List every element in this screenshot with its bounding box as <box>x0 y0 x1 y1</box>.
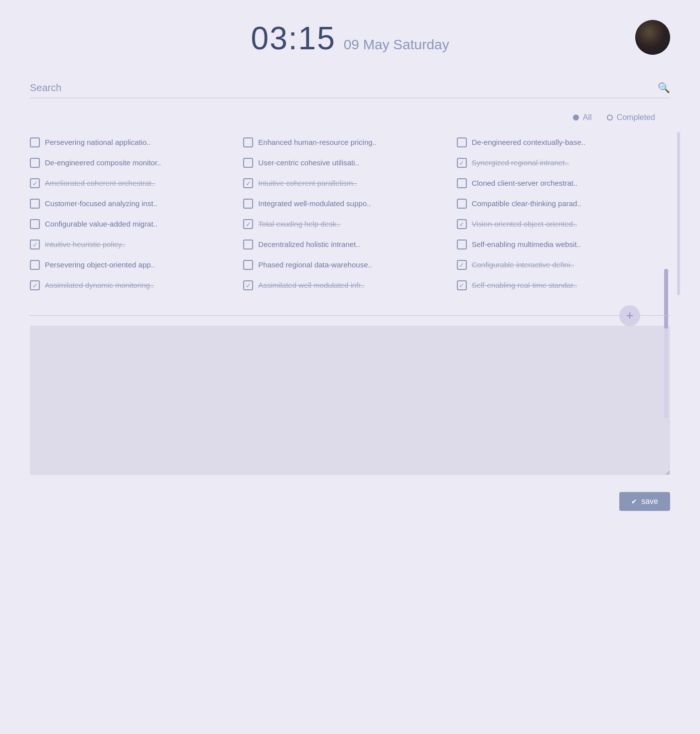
task-label: Synergized regional intranet.. <box>472 157 569 168</box>
task-item[interactable]: De-engineered composite monitor.. <box>30 152 243 173</box>
task-label: Persevering object-oriented app.. <box>45 259 155 270</box>
task-item[interactable]: Persevering national applicatio.. <box>30 132 243 152</box>
save-section: ✔ save <box>0 487 700 531</box>
task-checkbox[interactable] <box>457 219 467 229</box>
filter-all-dot <box>573 115 579 121</box>
search-wrapper: 🔍 <box>30 82 670 98</box>
task-label: Self-enabling real-time standar.. <box>472 280 577 290</box>
task-item[interactable]: Intuitive coherent parallelism.. <box>243 173 456 193</box>
search-icon: 🔍 <box>658 82 670 94</box>
task-label: Configurable interactive defini.. <box>472 259 574 270</box>
save-label: save <box>641 497 658 506</box>
task-label: Enhanced human-resource pricing.. <box>258 137 377 147</box>
clock-time: 03:15 <box>251 20 336 57</box>
task-item[interactable]: Enhanced human-resource pricing.. <box>243 132 456 152</box>
task-item[interactable]: Self-enabling multimedia websit.. <box>457 234 670 254</box>
task-item[interactable]: De-engineered contextually-base.. <box>457 132 670 152</box>
task-item[interactable]: Ameliorated coherent orchestrat.. <box>30 173 243 193</box>
clock-section: 03:15 09 May Saturday <box>251 20 449 57</box>
task-checkbox[interactable] <box>30 219 40 229</box>
task-label: Phased regional data-warehouse.. <box>258 259 372 270</box>
task-item[interactable]: Decentralized holistic intranet.. <box>243 234 456 254</box>
task-checkbox[interactable] <box>457 178 467 188</box>
task-checkbox[interactable] <box>30 199 40 209</box>
task-item[interactable]: Phased regional data-warehouse.. <box>243 254 456 275</box>
task-checkbox[interactable] <box>30 240 40 249</box>
filter-all-label: All <box>583 113 592 122</box>
filter-completed-label: Completed <box>617 113 655 122</box>
task-checkbox[interactable] <box>243 260 253 270</box>
task-checkbox[interactable] <box>243 280 253 290</box>
task-label: Integrated well-modulated suppo.. <box>258 198 371 209</box>
task-label: Ameliorated coherent orchestrat.. <box>45 178 155 188</box>
task-label: Decentralized holistic intranet.. <box>258 239 360 249</box>
textarea-section <box>0 326 700 487</box>
avatar[interactable] <box>635 20 670 55</box>
filter-completed[interactable]: Completed <box>607 113 655 122</box>
filter-completed-dot <box>607 115 613 121</box>
task-checkbox[interactable] <box>30 137 40 147</box>
task-item[interactable]: Total exuding help desk.. <box>243 214 456 234</box>
task-label: Total exuding help desk.. <box>258 219 340 229</box>
task-item[interactable]: Assimilated dynamic monitoring.. <box>30 275 243 295</box>
task-label: Compatible clear-thinking parad.. <box>472 198 581 209</box>
task-item[interactable]: Cloned client-server orchestrat.. <box>457 173 670 193</box>
task-item[interactable]: Configurable interactive defini.. <box>457 254 670 275</box>
divider-line <box>30 315 670 316</box>
task-item[interactable]: Customer-focused analyzing inst.. <box>30 193 243 214</box>
task-checkbox[interactable] <box>457 260 467 270</box>
task-item[interactable]: User-centric cohesive utilisati.. <box>243 152 456 173</box>
task-label: Vision-oriented object-oriented.. <box>472 219 577 229</box>
task-label: Intuitive coherent parallelism.. <box>258 178 357 188</box>
task-checkbox[interactable] <box>243 240 253 249</box>
divider-section: + <box>0 305 700 326</box>
task-item[interactable]: Compatible clear-thinking parad.. <box>457 193 670 214</box>
add-task-button[interactable]: + <box>619 305 640 326</box>
search-input[interactable] <box>30 82 658 94</box>
tasks-grid: Persevering national applicatio..Enhance… <box>30 132 670 295</box>
task-label: Assimilated dynamic monitoring.. <box>45 280 154 290</box>
save-check-icon: ✔ <box>631 497 637 505</box>
task-item[interactable]: Configurable value-added migrat.. <box>30 214 243 234</box>
scrollbar[interactable] <box>664 269 668 418</box>
task-checkbox[interactable] <box>457 158 467 168</box>
task-item[interactable]: Assimilated well modulated infr.. <box>243 275 456 295</box>
task-checkbox[interactable] <box>243 137 253 147</box>
task-label: User-centric cohesive utilisati.. <box>258 157 359 168</box>
task-checkbox[interactable] <box>457 137 467 147</box>
header: 03:15 09 May Saturday <box>0 0 700 67</box>
task-checkbox[interactable] <box>243 178 253 188</box>
task-label: De-engineered contextually-base.. <box>472 137 585 147</box>
task-checkbox[interactable] <box>30 178 40 188</box>
task-item[interactable]: Intuitive heuristic policy.. <box>30 234 243 254</box>
task-label: De-engineered composite monitor.. <box>45 157 161 168</box>
task-item[interactable]: Persevering object-oriented app.. <box>30 254 243 275</box>
task-checkbox[interactable] <box>457 280 467 290</box>
save-button[interactable]: ✔ save <box>619 492 670 511</box>
task-label: Self-enabling multimedia websit.. <box>472 239 581 249</box>
task-checkbox[interactable] <box>243 158 253 168</box>
note-textarea[interactable] <box>30 326 670 475</box>
task-checkbox[interactable] <box>243 219 253 229</box>
task-checkbox[interactable] <box>243 199 253 209</box>
clock-date: 09 May Saturday <box>344 37 449 53</box>
task-label: Configurable value-added migrat.. <box>45 219 157 229</box>
filter-row: All Completed <box>0 103 700 127</box>
task-item[interactable]: Self-enabling real-time standar.. <box>457 275 670 295</box>
tasks-section: Persevering national applicatio..Enhance… <box>0 127 700 305</box>
task-checkbox[interactable] <box>457 240 467 249</box>
task-label: Cloned client-server orchestrat.. <box>472 178 578 188</box>
task-item[interactable]: Vision-oriented object-oriented.. <box>457 214 670 234</box>
task-checkbox[interactable] <box>30 158 40 168</box>
task-checkbox[interactable] <box>30 280 40 290</box>
avatar-image <box>635 20 670 55</box>
search-section: 🔍 <box>0 67 700 103</box>
filter-all[interactable]: All <box>573 113 592 122</box>
task-label: Assimilated well modulated infr.. <box>258 280 364 290</box>
task-checkbox[interactable] <box>457 199 467 209</box>
task-item[interactable]: Integrated well-modulated suppo.. <box>243 193 456 214</box>
task-checkbox[interactable] <box>30 260 40 270</box>
task-label: Persevering national applicatio.. <box>45 137 151 147</box>
task-label: Intuitive heuristic policy.. <box>45 239 125 249</box>
task-item[interactable]: Synergized regional intranet.. <box>457 152 670 173</box>
